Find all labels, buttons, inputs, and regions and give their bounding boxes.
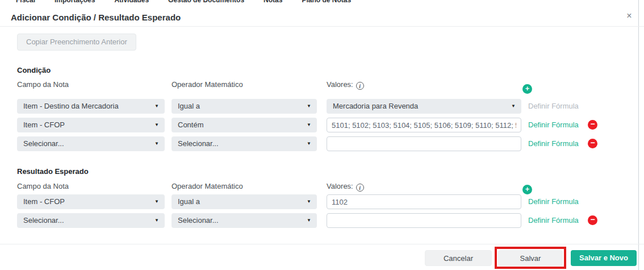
define-formula-link[interactable]: Definir Fórmula [528,194,579,209]
close-icon[interactable]: × [624,10,635,22]
chevron-down-icon: ▼ [511,99,516,114]
remove-row-icon[interactable]: − [588,139,597,148]
result-heading: Resultado Esperado [17,167,89,176]
footer-divider [0,244,644,244]
info-icon[interactable]: i [356,184,364,192]
define-formula-link[interactable]: Definir Fórmula [528,213,579,228]
modal-dialog: Fiscal Importações Atividades Gestão de … [0,0,644,270]
condition-field-select[interactable]: Selecionar... ▼ [17,136,165,151]
modal-right-edge [638,0,639,270]
condition-field-select[interactable]: Item - CFOP ▼ [17,118,165,132]
define-formula-link[interactable]: Definir Fórmula [528,118,579,132]
condition-operator-select[interactable]: Selecionar... ▼ [172,136,317,151]
chevron-down-icon: ▼ [307,99,311,114]
result-field-select[interactable]: Item - CFOP ▼ [17,194,165,209]
values-column-label: Valores:i [327,80,364,90]
result-field-select[interactable]: Selecionar... ▼ [17,213,165,228]
condition-operator-select[interactable]: Igual a ▼ [172,99,317,114]
result-operator-select[interactable]: Igual a ▼ [172,194,317,209]
define-formula-link[interactable]: Definir Fórmula [528,136,579,151]
chevron-down-icon: ▼ [154,136,159,151]
menu-item: Plano de Notas [302,0,351,4]
result-operator-select[interactable]: Selecionar... ▼ [172,213,317,228]
result-values-input[interactable] [327,213,521,228]
info-icon[interactable]: i [356,82,364,90]
remove-row-icon[interactable]: − [588,215,597,225]
condition-value-select[interactable]: Mercadoria para Revenda ▼ [327,99,521,114]
menu-item: Gestão de Documentos [168,0,244,4]
add-result-row-icon[interactable]: + [522,185,532,194]
field-column-label: Campo da Nota [17,80,69,89]
chevron-down-icon: ▼ [307,213,311,228]
chevron-down-icon: ▼ [154,213,159,228]
operator-column-label: Operador Matemático [172,80,243,89]
add-condition-row-icon[interactable]: + [522,84,532,94]
condition-operator-select[interactable]: Contém ▼ [172,118,317,132]
chevron-down-icon: ▼ [154,118,159,132]
field-column-label: Campo da Nota [17,182,69,190]
cancel-button[interactable]: Cancelar [425,250,492,266]
condition-field-select[interactable]: Item - Destino da Mercadoria ▼ [17,99,165,114]
chevron-down-icon: ▼ [307,118,311,132]
chevron-down-icon: ▼ [307,194,311,209]
menu-item: Notas [264,0,282,4]
header-divider [0,26,644,27]
background-menubar: Fiscal Importações Atividades Gestão de … [0,0,644,5]
remove-row-icon[interactable]: − [588,120,597,130]
save-button[interactable]: Salvar [498,250,563,266]
condition-heading: Condição [17,66,51,74]
values-column-label: Valores:i [327,182,364,192]
copy-previous-button[interactable]: Copiar Preenchimento Anterior [17,34,136,51]
menu-item: Fiscal [16,0,35,4]
result-values-input[interactable] [327,194,521,209]
condition-values-input[interactable] [327,118,521,132]
menu-item: Atividades [114,0,149,4]
define-formula-link: Definir Fórmula [528,99,579,114]
menu-item: Importações [55,0,95,4]
chevron-down-icon: ▼ [307,136,311,151]
save-and-new-button[interactable]: Salvar e Novo [571,250,637,266]
modal-title: Adicionar Condição / Resultado Esperado [11,13,181,22]
condition-values-input[interactable] [327,136,521,151]
chevron-down-icon: ▼ [154,99,159,114]
chevron-down-icon: ▼ [154,194,159,209]
operator-column-label: Operador Matemático [172,182,243,190]
